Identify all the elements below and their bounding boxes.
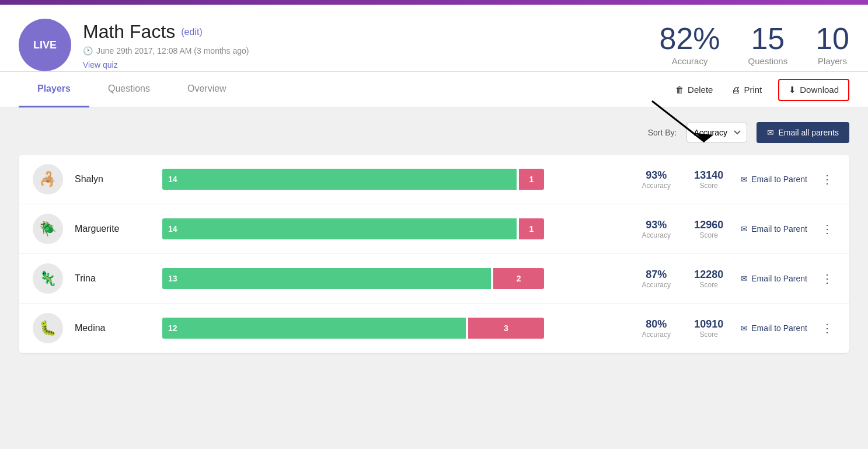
live-badge: LIVE	[19, 19, 71, 71]
edit-link[interactable]: (edit)	[181, 27, 202, 37]
sort-select[interactable]: Accuracy Score Name	[686, 123, 747, 142]
more-options-button[interactable]: ⋮	[819, 321, 835, 335]
envelope-icon: ✉	[741, 323, 748, 333]
sort-bar: Sort By: Accuracy Score Name ✉ Email all…	[19, 122, 849, 143]
table-row: 🦎 Trina 13 2 87% Accuracy 12280 Score ✉ …	[19, 254, 849, 304]
players-value: 10	[815, 23, 849, 54]
view-quiz-link[interactable]: View quiz	[83, 60, 249, 69]
header-left: LIVE Math Facts (edit) 🕐 June 29th 2017,…	[19, 19, 249, 71]
incorrect-bar: 1	[519, 169, 544, 190]
email-to-parent-button[interactable]: ✉ Email to Parent	[741, 224, 807, 234]
tab-players[interactable]: Players	[19, 72, 89, 107]
tabs-right: 🗑 Delete 🖨 Print ⬇ Download	[673, 79, 849, 101]
email-to-parent-button[interactable]: ✉ Email to Parent	[741, 274, 807, 283]
clock-icon: 🕐	[83, 46, 93, 55]
more-options-button[interactable]: ⋮	[819, 222, 835, 236]
player-name: Shalyn	[75, 174, 151, 185]
player-accuracy: 93% Accuracy	[636, 219, 677, 239]
avatar: 🐛	[33, 313, 63, 343]
incorrect-bar: 1	[519, 218, 544, 239]
correct-bar: 14	[162, 169, 517, 190]
players-label: Players	[815, 56, 849, 66]
incorrect-bar: 2	[493, 268, 544, 289]
players-list: 🦂 Shalyn 14 1 93% Accuracy 13140 Score ✉…	[19, 155, 849, 353]
player-score: 10910 Score	[688, 318, 729, 339]
print-button[interactable]: 🖨 Print	[729, 80, 764, 99]
bar-container: 14 1	[162, 169, 624, 190]
header-wrapper: LIVE Math Facts (edit) 🕐 June 29th 2017,…	[0, 5, 868, 108]
player-name: Medina	[75, 323, 151, 333]
player-accuracy: 80% Accuracy	[636, 318, 677, 339]
avatar: 🪲	[33, 214, 63, 244]
top-bar	[0, 0, 868, 5]
questions-stat: 15 Questions	[748, 23, 788, 66]
download-button[interactable]: ⬇ Download	[778, 79, 849, 101]
incorrect-bar: 3	[468, 318, 544, 339]
player-accuracy: 87% Accuracy	[636, 269, 677, 289]
avatar: 🦂	[33, 164, 63, 194]
delete-button[interactable]: 🗑 Delete	[673, 80, 715, 99]
bar-container: 12 3	[162, 318, 624, 339]
correct-bar: 14	[162, 218, 517, 239]
avatar: 🦎	[33, 263, 63, 294]
accuracy-stat: 82% Accuracy	[660, 23, 720, 66]
table-row: 🐛 Medina 12 3 80% Accuracy 10910 Score ✉…	[19, 304, 849, 353]
more-options-button[interactable]: ⋮	[819, 172, 835, 186]
download-icon: ⬇	[789, 85, 796, 95]
accuracy-value: 82%	[660, 23, 720, 54]
header-meta: 🕐 June 29th 2017, 12:08 AM (3 months ago…	[83, 46, 249, 55]
correct-bar: 13	[162, 268, 491, 289]
player-name: Marguerite	[75, 224, 151, 234]
player-name: Trina	[75, 273, 151, 284]
header-card: LIVE Math Facts (edit) 🕐 June 29th 2017,…	[0, 5, 868, 72]
live-label: LIVE	[33, 39, 57, 51]
email-to-parent-button[interactable]: ✉ Email to Parent	[741, 323, 807, 333]
quiz-title: Math Facts (edit)	[83, 21, 249, 43]
correct-bar: 12	[162, 318, 466, 339]
player-accuracy: 93% Accuracy	[636, 169, 677, 190]
envelope-icon: ✉	[741, 224, 748, 234]
envelope-icon: ✉	[741, 175, 748, 184]
questions-value: 15	[748, 23, 788, 54]
questions-label: Questions	[748, 56, 788, 66]
tab-questions[interactable]: Questions	[89, 72, 169, 107]
email-to-parent-button[interactable]: ✉ Email to Parent	[741, 175, 807, 184]
tabs-left: Players Questions Overview	[19, 72, 245, 107]
player-score: 12280 Score	[688, 269, 729, 289]
players-stat: 10 Players	[815, 23, 849, 66]
email-all-parents-button[interactable]: ✉ Email all parents	[757, 122, 850, 143]
tabs-bar: Players Questions Overview 🗑 Delete 🖨 Pr…	[0, 72, 868, 108]
print-icon: 🖨	[731, 85, 740, 95]
sort-by-label: Sort By:	[648, 128, 677, 137]
trash-icon: 🗑	[675, 85, 684, 95]
tab-overview[interactable]: Overview	[169, 72, 245, 107]
player-score: 13140 Score	[688, 169, 729, 190]
envelope-icon: ✉	[741, 274, 748, 283]
more-options-button[interactable]: ⋮	[819, 272, 835, 286]
header-stats: 82% Accuracy 15 Questions 10 Players	[660, 19, 849, 66]
bar-container: 14 1	[162, 218, 624, 239]
quiz-date: June 29th 2017, 12:08 AM (3 months ago)	[96, 46, 249, 55]
content-area: Sort By: Accuracy Score Name ✉ Email all…	[0, 108, 868, 367]
table-row: 🦂 Shalyn 14 1 93% Accuracy 13140 Score ✉…	[19, 155, 849, 204]
table-row: 🪲 Marguerite 14 1 93% Accuracy 12960 Sco…	[19, 204, 849, 254]
accuracy-label: Accuracy	[660, 56, 720, 66]
player-score: 12960 Score	[688, 219, 729, 239]
envelope-icon: ✉	[767, 128, 774, 137]
bar-container: 13 2	[162, 268, 624, 289]
header-info: Math Facts (edit) 🕐 June 29th 2017, 12:0…	[83, 19, 249, 69]
